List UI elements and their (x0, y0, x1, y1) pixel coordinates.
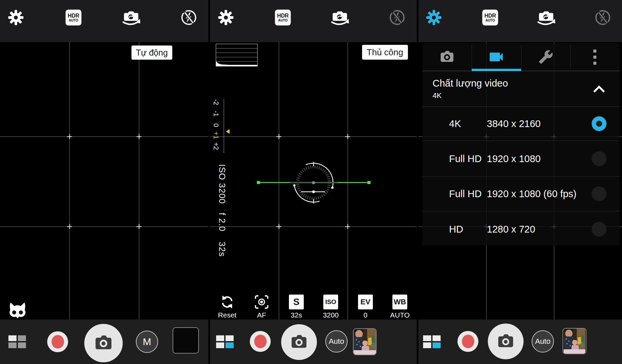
iso-control[interactable]: ISO 3200 (318, 295, 344, 319)
setting-current-value: 4K (433, 91, 442, 100)
video-quality-header[interactable]: Chất lượng video 4K (422, 71, 620, 107)
panel-settings: HDR AUTO (418, 0, 622, 364)
mode-toast: Thủ công (362, 45, 408, 60)
ev-control[interactable]: EV 0 (353, 295, 378, 319)
grid-line (210, 136, 417, 137)
grid-cross (276, 224, 282, 229)
reset-icon (214, 295, 240, 309)
active-tab-underline (472, 69, 521, 71)
panel-manual-mode: HDR AUTO Thủ công -2 (210, 0, 417, 364)
camera-icon (439, 50, 455, 64)
gallery-thumbnail[interactable] (563, 328, 587, 354)
panel-auto-mode: HDR AUTO Tự động M (0, 0, 208, 364)
topbar: HDR AUTO (418, 0, 622, 42)
quality-row-fullhd-60fps[interactable]: Full HD 1920 x 1080 (60 fps) (422, 177, 620, 211)
grid-cross (345, 134, 350, 139)
mode-grid-button[interactable] (8, 335, 26, 348)
camera-icon (290, 334, 308, 350)
auto-mode-button[interactable]: Auto (325, 330, 348, 353)
wrench-icon (538, 50, 553, 64)
quality-row-4k[interactable]: 4K 3840 x 2160 (422, 107, 620, 141)
af-control[interactable]: AF (249, 295, 274, 319)
shutter-speed-control[interactable]: S 32s (284, 295, 309, 319)
tab-video-settings[interactable] (472, 43, 521, 71)
camera-app-composite: HDR AUTO Tự động M (0, 0, 622, 364)
radio-unselected[interactable] (592, 151, 606, 166)
shutter-button[interactable] (281, 324, 317, 360)
auto-mode-button[interactable]: Auto (532, 330, 554, 353)
settings-sheet: Chất lượng video 4K 4K 3840 x 2160 Full … (422, 43, 620, 245)
ev-indicator-icon (226, 129, 230, 134)
bottombar: Auto (418, 320, 622, 364)
grid-cross (276, 134, 282, 139)
radio-unselected[interactable] (592, 222, 606, 237)
grid-cross (67, 224, 72, 229)
settings-gear-icon[interactable] (218, 10, 234, 26)
switch-camera-icon[interactable] (330, 9, 349, 26)
tab-camera-settings[interactable] (422, 43, 472, 71)
flash-off-icon[interactable] (180, 9, 197, 26)
last-photo (354, 329, 376, 355)
grid-line (279, 42, 279, 320)
tab-overflow[interactable] (570, 43, 620, 71)
gallery-thumbnail[interactable] (353, 328, 377, 355)
manual-mode-button[interactable]: M (136, 331, 158, 353)
flash-off-icon[interactable] (594, 9, 611, 26)
settings-gear-icon[interactable] (8, 10, 24, 26)
af-icon (249, 295, 274, 309)
video-icon (487, 48, 505, 66)
ev-tick-dots (224, 99, 224, 153)
level-cap (257, 181, 260, 184)
radio-unselected[interactable] (592, 186, 606, 201)
topbar: HDR AUTO (0, 0, 208, 42)
grid-line (348, 42, 348, 320)
shutter-speed-readout: 32s (217, 242, 227, 257)
grid-cross (137, 224, 142, 229)
flash-off-icon[interactable] (389, 9, 406, 26)
bottombar: Auto (210, 320, 417, 364)
hdr-auto-icon[interactable]: HDR AUTO (482, 10, 498, 26)
setting-title: Chất lượng video (433, 78, 508, 89)
hdr-auto-icon[interactable]: HDR AUTO (66, 10, 82, 26)
grid-line (210, 226, 417, 227)
overflow-dots-icon (593, 50, 596, 65)
wb-control[interactable]: WB AUTO (387, 295, 413, 319)
chevron-up-icon[interactable] (593, 85, 605, 93)
iso-readout: ISO 3200 (217, 164, 227, 204)
level-cap (367, 181, 371, 184)
camera-icon (93, 335, 114, 352)
level-dial (290, 159, 337, 206)
settings-gear-icon[interactable] (426, 10, 442, 26)
grid-cross (345, 224, 350, 229)
shutter-button[interactable] (84, 324, 123, 362)
histogram (216, 44, 258, 66)
owl-logo-icon (9, 302, 26, 319)
grid-line (0, 136, 208, 137)
last-photo (563, 329, 586, 354)
ev-ruler: -2 -1 0 +1 +2 (210, 96, 230, 157)
mode-grid-button[interactable] (423, 335, 441, 348)
grid-line (69, 42, 70, 320)
grid-cross (67, 134, 72, 139)
tab-other-settings[interactable] (521, 43, 570, 71)
quality-row-fullhd[interactable]: Full HD 1920 x 1080 (422, 141, 620, 177)
quality-row-hd[interactable]: HD 1280 x 720 (422, 211, 620, 247)
shutter-button[interactable] (488, 324, 524, 359)
record-button[interactable] (457, 331, 478, 352)
switch-camera-icon[interactable] (122, 9, 141, 26)
grid-cross (137, 134, 142, 139)
switch-camera-icon[interactable] (537, 9, 556, 26)
record-button[interactable] (250, 331, 271, 352)
topbar: HDR AUTO (210, 0, 417, 42)
grid-line (0, 226, 208, 227)
record-button[interactable] (47, 331, 68, 352)
grid-line (139, 42, 139, 320)
gallery-thumbnail[interactable] (173, 327, 199, 354)
bottombar: M (0, 320, 208, 364)
reset-control[interactable]: Reset (214, 295, 240, 319)
mode-grid-button[interactable] (216, 335, 234, 348)
mode-toast: Tự động (131, 46, 172, 60)
radio-selected[interactable] (592, 116, 606, 131)
camera-icon (496, 334, 515, 349)
hdr-auto-icon[interactable]: HDR AUTO (275, 10, 291, 26)
